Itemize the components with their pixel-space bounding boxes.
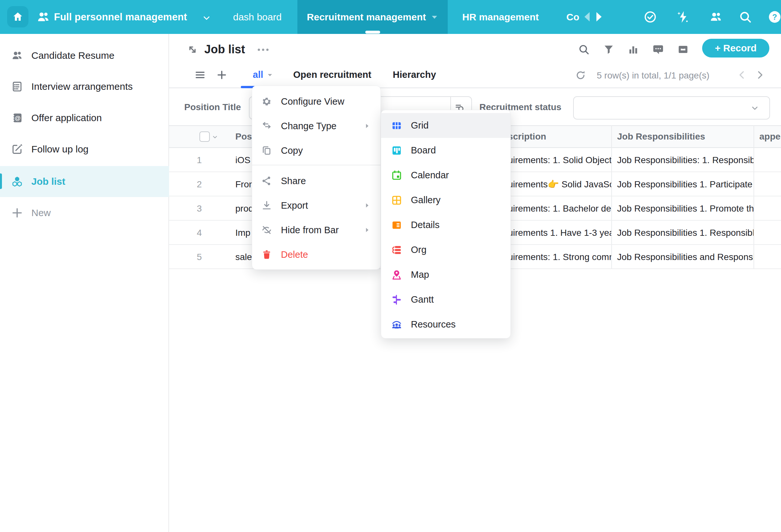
share-icon — [261, 175, 272, 186]
row-number: 2 — [169, 172, 230, 196]
cell-job-responsibilities[interactable]: Job Responsibilities: 1. Responsible — [611, 148, 753, 172]
tab-hr-management[interactable]: HR management — [462, 0, 539, 34]
board-view-icon — [391, 145, 403, 156]
chart-icon[interactable] — [627, 43, 640, 55]
view-tab-all[interactable]: all — [253, 70, 274, 80]
tasks-check-circle-icon[interactable] — [643, 10, 657, 24]
menu-divider — [252, 165, 380, 165]
search-icon[interactable] — [738, 10, 752, 24]
app-title-chevron-down-icon[interactable] — [202, 14, 211, 22]
cell-job-responsibilities[interactable]: Job Responsibilities 1. Responsible — [611, 221, 753, 245]
view-context-menu: Configure View Change Type Copy Share Ex… — [252, 86, 381, 270]
submenu-item-label: Grid — [411, 120, 429, 131]
menu-item-configure-view[interactable]: Configure View — [252, 89, 380, 114]
tab-scroll-right-icon[interactable] — [595, 12, 603, 22]
tab-dash-board[interactable]: dash board — [233, 0, 282, 34]
active-tab-indicator — [365, 31, 380, 34]
view-tab-open-recruitment[interactable]: Open recruitment — [293, 70, 371, 80]
copy-icon — [261, 145, 272, 156]
cell-job-responsibilities[interactable]: Job Responsibilities and Responsibilitie… — [611, 245, 753, 269]
select-all-checkbox[interactable] — [200, 131, 210, 142]
view-tab-hierarchy[interactable]: Hierarchy — [393, 70, 436, 80]
filter-funnel-icon[interactable] — [603, 43, 615, 55]
cell-job-responsibilities[interactable]: Job Responsibilities 1. Promote the — [611, 196, 753, 221]
sidebar-item-job-list[interactable]: Job list — [0, 166, 169, 197]
tab-collapsed-co[interactable]: Co — [566, 0, 579, 34]
add-record-button[interactable]: + Record — [702, 39, 769, 57]
sidebar-item-label: Follow up log — [31, 144, 89, 155]
top-navigation-bar: Full personnel management dash board Rec… — [0, 0, 781, 34]
sidebar-item-interview-arrangements[interactable]: Interview arrangements — [0, 71, 169, 102]
add-view-plus-icon[interactable] — [216, 69, 228, 81]
app-title[interactable]: Full personnel management — [54, 0, 187, 34]
calendar-view-icon — [391, 170, 403, 181]
menu-item-delete[interactable]: Delete — [252, 242, 380, 267]
submenu-item-resources[interactable]: Resources — [381, 312, 510, 337]
help-icon[interactable]: ? — [768, 10, 781, 24]
chevron-down-icon — [266, 72, 274, 79]
recruitment-status-select[interactable] — [573, 96, 770, 120]
menu-item-label: Copy — [281, 145, 303, 156]
submenu-item-map[interactable]: Map — [381, 262, 510, 287]
submenu-item-gantt[interactable]: Gantt — [381, 287, 510, 312]
active-item-indicator — [0, 173, 2, 189]
sidebar-item-candidate-resume[interactable]: Candidate Resume — [0, 40, 169, 71]
row-number: 5 — [169, 245, 230, 269]
page-next-icon[interactable] — [754, 70, 766, 80]
select-chevron-down-icon — [750, 104, 759, 113]
menu-item-export[interactable]: Export — [252, 193, 380, 218]
submenu-item-calendar[interactable]: Calendar — [381, 163, 510, 188]
submenu-item-label: Board — [411, 145, 436, 156]
menu-item-copy[interactable]: Copy — [252, 138, 380, 163]
sidebar-item-label: Candidate Resume — [31, 50, 115, 61]
page-previous-icon[interactable] — [736, 70, 747, 80]
sidebar-item-new[interactable]: New — [0, 197, 169, 228]
svg-text:?: ? — [772, 13, 777, 21]
details-view-icon — [391, 219, 403, 231]
resources-view-icon — [391, 319, 403, 330]
sidebar-item-follow-up-log[interactable]: Follow up log — [0, 134, 169, 165]
submenu-item-label: Map — [411, 269, 429, 280]
refresh-icon[interactable] — [575, 70, 586, 81]
view-list-hamburger-icon[interactable] — [194, 69, 206, 81]
people-icon — [11, 49, 23, 62]
column-header-appendix[interactable]: appendix — [753, 126, 781, 147]
download-icon — [261, 200, 272, 211]
home-icon — [12, 11, 24, 23]
header-checkbox-chevron-icon[interactable] — [211, 133, 219, 141]
home-button[interactable] — [7, 6, 29, 28]
submenu-item-board[interactable]: Board — [381, 138, 510, 163]
hexagon-cluster-icon — [11, 175, 23, 188]
list-document-icon — [11, 80, 23, 93]
pagination-summary: 5 row(s) in total, 1/1 page(s) — [597, 71, 709, 81]
menu-item-share[interactable]: Share — [252, 169, 380, 193]
sidebar-item-offer-application[interactable]: @ Offer application — [0, 102, 169, 133]
filter-position-title-label: Position Title — [184, 102, 241, 113]
submenu-item-details[interactable]: Details — [381, 213, 510, 237]
menu-item-label: Hide from Bar — [281, 225, 339, 235]
inbox-tray-icon[interactable] — [677, 43, 689, 55]
automation-sparkle-icon[interactable] — [676, 10, 690, 24]
column-divider — [753, 125, 754, 269]
menu-item-change-type[interactable]: Change Type — [252, 114, 380, 138]
submenu-item-org[interactable]: Org — [381, 237, 510, 262]
view-tab-label: all — [253, 70, 263, 80]
members-people-icon[interactable] — [709, 10, 723, 24]
cell-job-responsibilities[interactable]: Job Responsibilities 1. Participate in — [611, 172, 753, 196]
comment-icon[interactable] — [652, 43, 664, 55]
org-view-icon — [391, 244, 403, 256]
tab-scroll-left-icon[interactable] — [583, 12, 591, 22]
tab-recruitment-management[interactable]: Recruitment management — [297, 0, 448, 34]
sidebar-item-label: New — [31, 207, 51, 218]
expand-view-icon[interactable] — [186, 43, 199, 56]
change-type-arrows-icon — [261, 121, 272, 131]
more-options-icon[interactable] — [256, 46, 270, 54]
column-header-job-responsibilities[interactable]: Job Responsibilities — [611, 126, 753, 147]
submenu-item-gallery[interactable]: Gallery — [381, 188, 510, 213]
submenu-item-grid[interactable]: Grid — [381, 113, 510, 138]
gantt-view-icon — [391, 294, 403, 306]
plus-icon — [11, 207, 23, 219]
menu-item-hide-from-bar[interactable]: Hide from Bar — [252, 218, 380, 242]
view-search-icon[interactable] — [578, 43, 590, 55]
edit-pen-icon — [11, 143, 23, 156]
